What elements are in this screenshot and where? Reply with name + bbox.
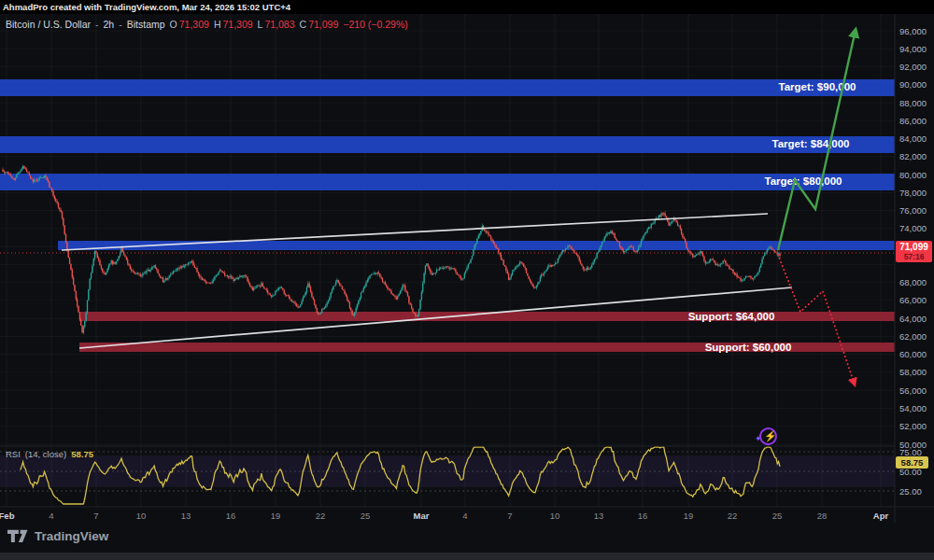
time-scale-tick: Apr [873,511,888,521]
price-scale-tick: 90,000 [899,79,927,90]
time-scale-tick: 25 [361,511,371,521]
price-scale-tick: 82,000 [899,151,927,161]
price-scale-tick: 86,000 [899,116,927,126]
open-value: 71,309 [179,19,209,30]
time-scale-tick: 10 [550,511,560,521]
band-label: Support: $60,000 [705,342,792,353]
band-label: Support: $64,000 [688,311,775,322]
time-scale-tick: 4 [49,511,53,521]
interval-value[interactable]: 2h [104,19,115,30]
symbol-title[interactable]: Bitcoin / U.S. Dollar [6,19,91,30]
time-scale-tick: Feb [0,511,14,521]
time-scale-tick: 25 [772,511,783,521]
rsi-value-label: 58.75 [896,456,928,469]
price-scale-tick: 80,000 [899,170,927,180]
price-scale-tick: 68,000 [899,277,927,287]
price-scale-tick: 74,000 [899,223,927,233]
last-price-label: 71,099 57:16 [896,241,932,262]
time-scale-tick: 22 [728,511,738,521]
low-value: 71,083 [264,19,294,30]
time-scale-tick: 22 [316,511,326,521]
time-scale-tick: 13 [181,511,191,521]
price-scale-tick: 52,000 [899,421,927,431]
tradingview-logo[interactable]: TradingView [7,529,108,543]
bottom-edge-bar [0,553,934,560]
exchange-name[interactable]: Bitstamp [127,19,165,30]
band-label: Target: $80,000 [765,175,842,187]
price-scale-tick: 94,000 [899,44,927,54]
rsi-current-value: 58.75 [71,449,93,459]
low-label: L [258,19,263,30]
open-label: O [170,19,177,30]
separator: - [95,19,99,30]
rsi-scale-tick: 25.00 [899,486,922,497]
bar-countdown: 57:16 [896,252,932,262]
symbol-info-bar: Bitcoin / U.S. Dollar - 2h - Bitstamp O … [6,19,408,30]
price-scale-tick: 56,000 [899,385,927,396]
lightning-bolt-icon: ⚡ [764,430,777,442]
target-band-84000[interactable] [0,136,895,153]
time-scale-tick: 19 [684,511,694,521]
watermark-bar: AhmadPro created with TradingView.com, M… [0,0,934,14]
rsi-indicator-legend[interactable]: RSI (14, close) 58.75 [6,449,93,459]
target-band-80000[interactable] [0,174,895,190]
high-value: 71,309 [222,19,252,30]
sparkle-icon: ✦ [755,434,762,443]
rsi-params: (14, close) [25,449,66,459]
rsi-zone-background [0,455,895,487]
last-price-value: 71,099 [896,242,932,252]
time-scale-tick: Mar [414,511,430,521]
close-value: 71,099 [308,19,338,30]
high-label: H [214,19,221,30]
time-scale-tick: 16 [638,511,648,521]
price-scale-tick: 64,000 [899,314,927,324]
rsi-scale-tick: 75.00 [899,447,922,457]
time-scale-tick: 16 [226,511,236,521]
band-label: Target: $84,000 [772,138,850,149]
time-scale-tick: 7 [507,511,512,521]
price-scale-tick: 58,000 [899,367,927,377]
price-scale-tick: 66,000 [899,295,927,305]
price-scale-tick: 84,000 [899,133,927,144]
watermark-text: AhmadPro created with TradingView.com, M… [3,2,290,12]
tradingview-logo-text: TradingView [35,529,108,543]
tradingview-chart-window: Target: $90,000Target: $84,000Target: $8… [0,0,934,560]
price-scale-tick: 92,000 [899,62,927,72]
price-scale-tick: 76,000 [899,205,927,216]
time-scale-tick: 28 [817,511,828,521]
separator: - [119,19,122,30]
price-scale-tick: 78,000 [899,188,927,198]
target-band-90000[interactable] [0,79,895,96]
price-scale-tick: 54,000 [899,403,927,413]
time-scale-tick: 13 [594,511,604,521]
rsi-title: RSI [6,449,21,459]
time-scale-tick: 19 [271,511,281,521]
time-scale-tick: 4 [462,511,467,521]
tradingview-mark-icon [7,529,28,543]
price-scale-tick: 60,000 [899,349,927,359]
price-scale-tick: 88,000 [899,98,927,108]
change-value: −210 (−0.29%) [343,19,407,30]
close-label: C [300,19,307,30]
price-chart-canvas[interactable]: Target: $90,000Target: $84,000Target: $8… [0,0,934,560]
time-scale-tick: 7 [93,511,98,521]
price-scale-tick: 62,000 [899,331,927,342]
flash-emoji-sticker[interactable]: ⚡ ✦ [755,426,779,450]
time-scale-tick: 10 [136,511,147,521]
price-scale-tick: 96,000 [899,26,927,36]
resistance-zone-72000[interactable] [58,241,895,250]
